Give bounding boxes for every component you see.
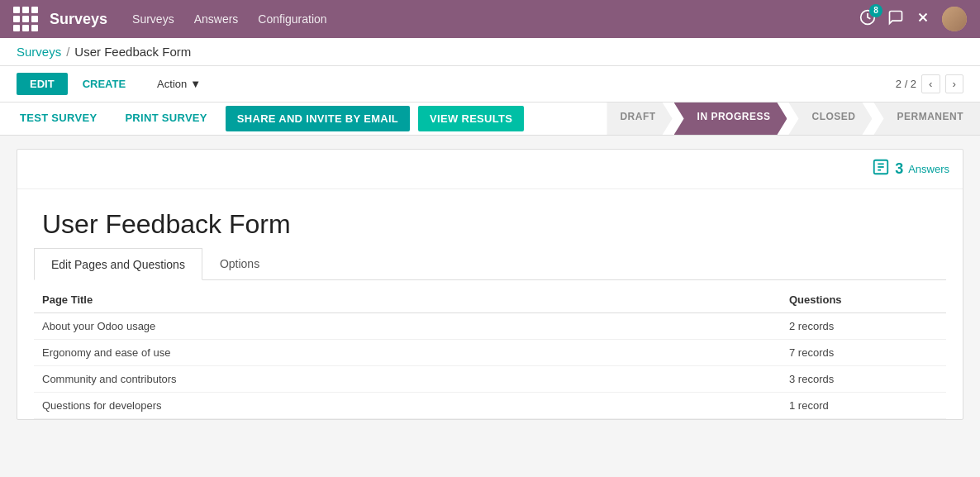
col-questions: Questions <box>789 293 938 306</box>
pagination: 2 / 2 ‹ › <box>896 74 963 93</box>
page-title-1: About your Odoo usage <box>42 320 789 332</box>
action-button[interactable]: Action ▼ <box>157 78 201 90</box>
action-bar: TEST SURVEY PRINT SURVEY SHARE AND INVIT… <box>0 103 980 136</box>
status-pipeline: DRAFT IN PROGRESS CLOSED PERMANENT <box>607 103 980 135</box>
close-icon[interactable] <box>916 10 930 29</box>
share-invite-button[interactable]: SHARE AND INVITE BY EMAIL <box>226 106 410 131</box>
apps-grid-icon[interactable] <box>13 7 38 31</box>
page-title-2: Ergonomy and ease of use <box>42 346 789 359</box>
status-draft[interactable]: DRAFT <box>607 103 672 135</box>
breadcrumb-parent[interactable]: Surveys <box>17 45 61 59</box>
activity-badge: 8 <box>869 4 882 17</box>
breadcrumb-current: User Feedback Form <box>74 45 191 59</box>
action-chevron-icon: ▼ <box>190 78 201 90</box>
app-name: Surveys <box>50 11 107 28</box>
pagination-prev[interactable]: ‹ <box>921 74 940 93</box>
table-row[interactable]: Ergonomy and ease of use 7 records <box>34 340 946 366</box>
status-permanent[interactable]: PERMANENT <box>873 103 980 135</box>
breadcrumb-separator: / <box>66 45 69 59</box>
tab-edit-pages[interactable]: Edit Pages and Questions <box>34 248 202 280</box>
form-tabs: Edit Pages and Questions Options <box>34 248 946 280</box>
toolbar: EDIT CREATE Action ▼ 2 / 2 ‹ › <box>0 66 980 103</box>
nav-configuration[interactable]: Configuration <box>258 12 326 26</box>
breadcrumb-area: Surveys / User Feedback Form <box>0 38 980 66</box>
avatar[interactable] <box>942 7 967 31</box>
pagination-count: 2 / 2 <box>896 78 916 90</box>
tab-options[interactable]: Options <box>202 248 277 279</box>
page-title-4: Questions for developers <box>42 399 789 412</box>
answers-bar: 3 Answers <box>17 150 963 189</box>
answers-count: 3 <box>895 160 903 178</box>
view-results-button[interactable]: VIEW RESULTS <box>418 106 524 131</box>
nav-surveys[interactable]: Surveys <box>132 12 174 26</box>
edit-answers-icon <box>872 158 890 180</box>
topbar: Surveys Surveys Answers Configuration 8 <box>0 0 980 38</box>
edit-button[interactable]: EDIT <box>17 73 68 95</box>
pagination-next[interactable]: › <box>945 74 963 93</box>
questions-3: 3 records <box>789 373 938 385</box>
activity-icon[interactable]: 8 <box>859 9 876 30</box>
questions-4: 1 record <box>789 399 938 412</box>
status-in-progress[interactable]: IN PROGRESS <box>674 103 787 135</box>
questions-2: 7 records <box>789 346 938 359</box>
answers-link[interactable]: 3 Answers <box>872 158 949 180</box>
nav-answers[interactable]: Answers <box>194 12 239 26</box>
status-closed[interactable]: CLOSED <box>788 103 872 135</box>
topbar-actions: 8 <box>859 7 967 31</box>
table-row[interactable]: Questions for developers 1 record <box>34 393 946 419</box>
page-title-3: Community and contributors <box>42 373 789 385</box>
action-label: Action <box>157 78 187 90</box>
action-tabs: TEST SURVEY PRINT SURVEY SHARE AND INVIT… <box>0 103 534 135</box>
create-button[interactable]: CREATE <box>74 73 134 95</box>
table-row[interactable]: About your Odoo usage 2 records <box>34 313 946 340</box>
col-page-title: Page Title <box>42 293 789 306</box>
table-row[interactable]: Community and contributors 3 records <box>34 366 946 393</box>
answers-label: Answers <box>908 163 949 175</box>
test-survey-button[interactable]: TEST SURVEY <box>7 103 110 134</box>
form-title: User Feedback Form <box>17 189 963 248</box>
questions-1: 2 records <box>789 320 938 332</box>
table-area: Page Title Questions About your Odoo usa… <box>34 287 946 419</box>
breadcrumb: Surveys / User Feedback Form <box>17 45 963 59</box>
top-nav: Surveys Answers Configuration <box>132 12 859 26</box>
main-content: 3 Answers User Feedback Form Edit Pages … <box>17 149 963 420</box>
chat-icon[interactable] <box>887 9 904 30</box>
print-survey-button[interactable]: PRINT SURVEY <box>112 103 220 134</box>
table-header: Page Title Questions <box>34 287 946 313</box>
